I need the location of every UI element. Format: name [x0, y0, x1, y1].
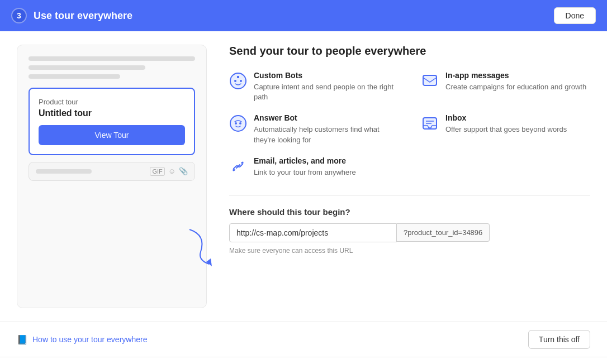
svg-point-2 [234, 80, 236, 82]
help-book-icon: 📘 [17, 334, 28, 345]
preview-line-1 [29, 56, 195, 61]
emoji-icon: ☺ [168, 167, 176, 176]
option-email: Email, articles, and more Link to your t… [229, 156, 399, 178]
preview-lines [29, 56, 195, 79]
preview-line-2 [29, 65, 145, 70]
help-link[interactable]: 📘 How to use your tour everywhere [17, 334, 147, 345]
header: 3 Use tour everywhere Done [0, 0, 607, 31]
footer-bar: 📘 How to use your tour everywhere Turn t… [0, 322, 607, 357]
in-app-name: In-app messages [445, 71, 586, 80]
tour-begin-section: Where should this tour begin? ?product_t… [229, 195, 590, 255]
tour-name-label: Untitled tour [39, 108, 185, 118]
preview-panel: Product tour Untitled tour View Tour GIF… [17, 45, 207, 308]
url-hint: Make sure everyone can access this URL [229, 247, 590, 255]
option-custom-bots: Custom Bots Capture intent and send peop… [229, 71, 399, 102]
next-section [0, 357, 607, 364]
option-answer-bot: Answer Bot Automatically help customers … [229, 113, 399, 145]
svg-rect-6 [423, 75, 437, 85]
step-badge: 3 [11, 8, 27, 23]
svg-point-8 [235, 122, 237, 124]
main-section: Product tour Untitled tour View Tour GIF… [0, 31, 607, 322]
url-suffix: ?product_tour_id=34896 [397, 223, 490, 242]
svg-point-9 [239, 122, 241, 124]
options-grid: Custom Bots Capture intent and send peop… [229, 71, 590, 178]
option-inbox: Inbox Offer support that goes beyond wor… [421, 113, 590, 145]
custom-bots-name: Custom Bots [254, 71, 399, 80]
arrow-icon [184, 224, 217, 269]
header-title: Use tour everywhere [34, 10, 132, 22]
gif-icon: GIF [150, 167, 164, 176]
tour-begin-title: Where should this tour begin? [229, 207, 590, 217]
message-icon [421, 72, 439, 90]
preview-line-3 [29, 74, 120, 79]
answer-bot-desc: Automatically help customers find what t… [254, 124, 399, 145]
email-desc: Link to your tour from anywhere [254, 167, 356, 178]
url-input-row: ?product_tour_id=34896 [229, 223, 590, 242]
custom-bots-desc: Capture intent and send people on the ri… [254, 82, 399, 102]
in-app-desc: Create campaigns for education and growt… [445, 82, 586, 92]
tour-type-label: Product tour [39, 98, 185, 106]
inbox-desc: Offer support that goes beyond words [445, 124, 567, 135]
done-button[interactable]: Done [554, 7, 596, 24]
attach-icon: 📎 [179, 167, 188, 176]
svg-point-1 [230, 73, 246, 89]
url-input[interactable] [229, 223, 397, 242]
answer-bot-name: Answer Bot [254, 113, 399, 122]
svg-point-7 [230, 116, 246, 131]
svg-marker-0 [206, 258, 212, 266]
svg-point-3 [240, 80, 242, 82]
inbox-icon [421, 114, 439, 132]
mock-text [36, 169, 92, 174]
option-in-app: In-app messages Create campaigns for edu… [421, 71, 590, 102]
chat-input-mock: GIF ☺ 📎 [29, 162, 195, 181]
link-icon [229, 157, 247, 175]
bot-icon [229, 72, 247, 90]
turn-off-button[interactable]: Turn this off [528, 330, 590, 349]
help-link-label: How to use your tour everywhere [32, 335, 147, 344]
answer-bot-icon [229, 114, 247, 132]
options-title: Send your tour to people everywhere [229, 45, 590, 58]
inbox-name: Inbox [445, 113, 567, 122]
tour-card: Product tour Untitled tour View Tour [29, 88, 195, 155]
mock-icons: GIF ☺ 📎 [150, 167, 188, 176]
email-name: Email, articles, and more [254, 156, 356, 165]
options-panel: Send your tour to people everywhere Cust… [229, 45, 590, 308]
header-left: 3 Use tour everywhere [11, 8, 132, 23]
view-tour-button[interactable]: View Tour [39, 125, 185, 145]
